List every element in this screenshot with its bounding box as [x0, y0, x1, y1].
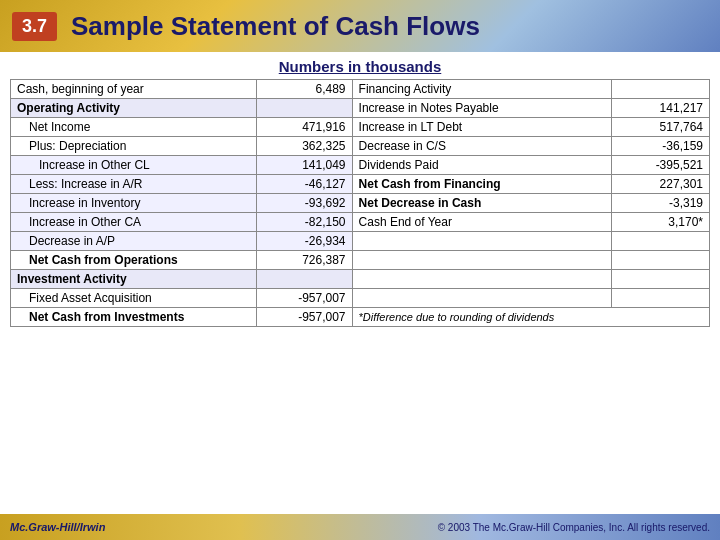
- row-label2: [352, 270, 611, 289]
- table-row: Investment Activity: [11, 270, 710, 289]
- subtitle: Numbers in thousands: [10, 58, 710, 75]
- table-row: Plus: Depreciation362,325Decrease in C/S…: [11, 137, 710, 156]
- row-label2: [352, 232, 611, 251]
- table-row: Net Cash from Investments-957,007*Differ…: [11, 308, 710, 327]
- row-value: [257, 99, 352, 118]
- row-label: Net Income: [11, 118, 257, 137]
- row-value2: [611, 289, 709, 308]
- table-row: Increase in Other CA-82,150Cash End of Y…: [11, 213, 710, 232]
- table-row: Less: Increase in A/R-46,127Net Cash fro…: [11, 175, 710, 194]
- row-value2: -395,521: [611, 156, 709, 175]
- row-value2: 517,764: [611, 118, 709, 137]
- row-label2: Decrease in C/S: [352, 137, 611, 156]
- row-value2: [611, 80, 709, 99]
- row-value2: 141,217: [611, 99, 709, 118]
- table-row: Operating ActivityIncrease in Notes Paya…: [11, 99, 710, 118]
- main-content: Numbers in thousands Cash, beginning of …: [0, 52, 720, 331]
- row-value2: -3,319: [611, 194, 709, 213]
- table-row: Cash, beginning of year6,489Financing Ac…: [11, 80, 710, 99]
- table-row: Increase in Inventory-93,692Net Decrease…: [11, 194, 710, 213]
- row-value2: 227,301: [611, 175, 709, 194]
- row-value: 362,325: [257, 137, 352, 156]
- row-label2: Dividends Paid: [352, 156, 611, 175]
- row-label: Investment Activity: [11, 270, 257, 289]
- row-label: Increase in Other CL: [11, 156, 257, 175]
- row-label2: [352, 289, 611, 308]
- row-value2: 3,170*: [611, 213, 709, 232]
- row-value2: [611, 270, 709, 289]
- row-label2: Financing Activity: [352, 80, 611, 99]
- row-value2: [611, 251, 709, 270]
- slide-number: 3.7: [12, 12, 57, 41]
- row-label2: Increase in Notes Payable: [352, 99, 611, 118]
- table-row: Increase in Other CL141,049Dividends Pai…: [11, 156, 710, 175]
- row-label: Plus: Depreciation: [11, 137, 257, 156]
- row-label2: [352, 251, 611, 270]
- table-row: Fixed Asset Acquisition-957,007: [11, 289, 710, 308]
- row-label: Increase in Other CA: [11, 213, 257, 232]
- row-label2: Cash End of Year: [352, 213, 611, 232]
- row-label: Decrease in A/P: [11, 232, 257, 251]
- page-title: Sample Statement of Cash Flows: [71, 11, 480, 42]
- row-label: Net Cash from Operations: [11, 251, 257, 270]
- row-value: 726,387: [257, 251, 352, 270]
- row-value: -46,127: [257, 175, 352, 194]
- row-value: -93,692: [257, 194, 352, 213]
- footer-right: © 2003 The Mc.Graw-Hill Companies, Inc. …: [438, 522, 710, 533]
- row-label: Cash, beginning of year: [11, 80, 257, 99]
- table-row: Decrease in A/P-26,934: [11, 232, 710, 251]
- row-value2: -36,159: [611, 137, 709, 156]
- row-label2: Net Decrease in Cash: [352, 194, 611, 213]
- row-label: Operating Activity: [11, 99, 257, 118]
- row-value: 141,049: [257, 156, 352, 175]
- row-value: -26,934: [257, 232, 352, 251]
- row-label2: Increase in LT Debt: [352, 118, 611, 137]
- row-label2: Net Cash from Financing: [352, 175, 611, 194]
- table-row: Net Income471,916Increase in LT Debt517,…: [11, 118, 710, 137]
- row-value: -957,007: [257, 308, 352, 327]
- table-row: Net Cash from Operations726,387: [11, 251, 710, 270]
- row-value: 471,916: [257, 118, 352, 137]
- cash-flow-table: Cash, beginning of year6,489Financing Ac…: [10, 79, 710, 327]
- row-value: 6,489: [257, 80, 352, 99]
- row-label: Net Cash from Investments: [11, 308, 257, 327]
- row-label: Fixed Asset Acquisition: [11, 289, 257, 308]
- row-label2: *Difference due to rounding of dividends: [352, 308, 709, 327]
- row-value: -82,150: [257, 213, 352, 232]
- row-value: [257, 270, 352, 289]
- footer: Mc.Graw-Hill/Irwin © 2003 The Mc.Graw-Hi…: [0, 514, 720, 540]
- footer-left: Mc.Graw-Hill/Irwin: [10, 521, 105, 533]
- header-bar: 3.7 Sample Statement of Cash Flows: [0, 0, 720, 52]
- row-value2: [611, 232, 709, 251]
- row-label: Increase in Inventory: [11, 194, 257, 213]
- row-label: Less: Increase in A/R: [11, 175, 257, 194]
- row-value: -957,007: [257, 289, 352, 308]
